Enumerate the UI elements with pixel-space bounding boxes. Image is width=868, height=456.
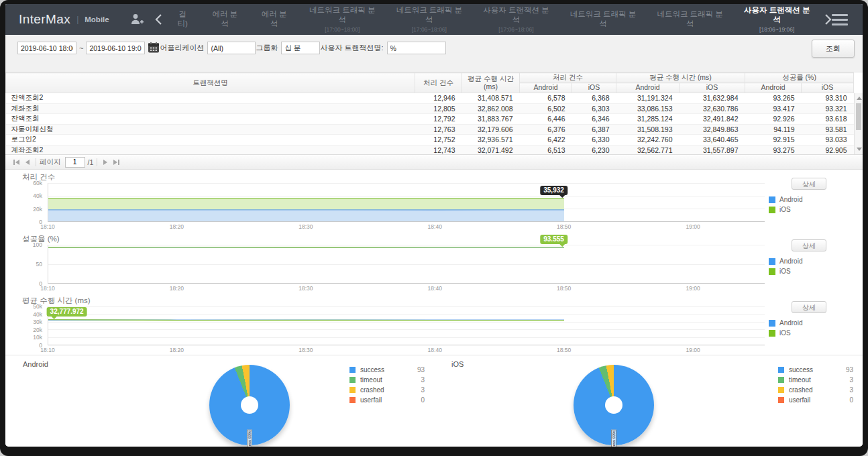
cell-value: 94.119 xyxy=(745,124,802,135)
pie-chart-ios[interactable]: success 93% xyxy=(574,365,654,445)
group-header-avg-time: 평균 수행 시간 (ms) xyxy=(616,73,745,83)
legend-item[interactable]: iOS xyxy=(769,268,838,275)
nav-tab[interactable]: 에러 분석 xyxy=(200,10,249,29)
tabs-scroll-left-icon[interactable] xyxy=(155,13,162,25)
y-tick-label: 30k xyxy=(33,319,42,325)
table-row[interactable]: 로그인212,75232,936.5716,4226,33032,242.760… xyxy=(6,135,854,146)
first-page-icon[interactable] xyxy=(13,159,20,166)
detail-button[interactable]: 상세 xyxy=(792,301,826,313)
subcolumn-android[interactable]: Android xyxy=(519,83,572,93)
pie-legend: success93timeout3crashed3userfail0 xyxy=(778,366,853,406)
legend-item[interactable]: iOS xyxy=(769,329,838,337)
legend-label: Android xyxy=(779,196,802,203)
legend-item[interactable]: Android xyxy=(769,319,838,327)
legend-swatch xyxy=(769,320,775,327)
date-from-input[interactable] xyxy=(17,42,76,54)
legend-value: 3 xyxy=(421,386,425,394)
subcolumn-android[interactable]: Android xyxy=(616,83,680,93)
table-row[interactable]: 잔액조회212,94631,408.5716,5786,36831,191.32… xyxy=(6,93,854,104)
grouping-input[interactable] xyxy=(281,42,320,54)
tab-sub: [18:06~19:06] xyxy=(743,26,811,33)
pie-legend-item[interactable]: crashed3 xyxy=(349,386,425,394)
subcolumn-ios[interactable]: iOS xyxy=(680,83,745,93)
detail-button[interactable]: 상세 xyxy=(792,178,826,190)
nav-tab[interactable]: 사용자 트랜잭션 분석[18:06~19:06] xyxy=(733,6,820,33)
x-tick-label: 18:10 xyxy=(40,285,54,292)
subcolumn-android[interactable]: Android xyxy=(745,83,802,93)
transaction-table-section: 트랜잭션명 처리 건수 평균 수행 시간 (ms) 처리 건수 평균 수행 시간… xyxy=(5,72,863,170)
x-tick-label: 18:10 xyxy=(40,347,54,353)
subcolumn-ios[interactable]: iOS xyxy=(572,83,616,93)
calendar-icon[interactable] xyxy=(147,42,160,54)
value-tooltip: 35,932 xyxy=(540,186,567,195)
top-navigation-bar: InterMax | Mobile 걸티)에러 분석에러 분석네트워크 트래픽 … xyxy=(5,4,863,35)
column-header-transaction-name[interactable]: 트랜잭션명 xyxy=(6,73,415,93)
table-scrollbar[interactable] xyxy=(854,93,863,154)
pie-legend-item[interactable]: crashed3 xyxy=(778,386,853,394)
cell-transaction-name: 로그인2 xyxy=(6,135,415,146)
subcolumn-ios[interactable]: iOS xyxy=(802,83,854,93)
donut-hole xyxy=(241,396,258,414)
legend-swatch xyxy=(778,387,784,393)
x-tick-label: 18:20 xyxy=(170,285,184,292)
cell-value: 31,632.984 xyxy=(680,93,745,104)
nav-tab[interactable]: 네트워크 트래픽 분석 xyxy=(559,10,647,29)
hamburger-menu-icon[interactable] xyxy=(832,11,848,28)
detail-button[interactable]: 상세 xyxy=(792,239,826,251)
table-row[interactable]: 자동이체신청12,76332,179.6066,3766,38731,508.1… xyxy=(6,124,854,135)
scroll-up-icon[interactable] xyxy=(857,97,862,100)
legend-swatch xyxy=(778,377,784,383)
chart-plot-area: 93.555 xyxy=(48,245,765,284)
page-number-input[interactable] xyxy=(65,157,85,168)
pie-legend-item[interactable]: success93 xyxy=(349,366,425,374)
previous-page-icon[interactable] xyxy=(24,159,30,166)
column-header-count[interactable]: 처리 건수 xyxy=(415,73,462,93)
scroll-down-icon[interactable] xyxy=(857,148,862,151)
transaction-name-input[interactable] xyxy=(387,42,446,54)
cell-value: 32,491.842 xyxy=(680,114,745,125)
column-header-avg-time[interactable]: 평균 수행 시간 (ms) xyxy=(462,73,519,93)
tabs-scroll-right-icon[interactable] xyxy=(824,13,832,25)
tab-label: 사용자 트랜잭션 분석 xyxy=(744,6,810,23)
date-to-input[interactable] xyxy=(86,42,145,54)
chart-title: 평균 수행 시간 (ms) xyxy=(22,296,91,306)
y-tick-label: 100 xyxy=(33,241,42,248)
nav-tab[interactable]: 에러 분석 xyxy=(250,10,299,29)
nav-tab[interactable]: 걸티) xyxy=(165,10,201,29)
legend-swatch xyxy=(769,268,775,275)
legend-label: Android xyxy=(779,258,802,265)
next-page-icon[interactable] xyxy=(103,159,109,166)
legend-item[interactable]: Android xyxy=(769,196,838,203)
table-row[interactable]: 잔액조회12,79231,883.7676,4466,34631,285.124… xyxy=(6,114,854,125)
pie-chart-android[interactable]: success 93% xyxy=(209,365,290,445)
table-row[interactable]: 계좌조회12,80532,862.0086,5026,30333,086.153… xyxy=(6,103,854,114)
pagination-bar: 페이지 /1 xyxy=(5,154,863,169)
cell-value: 6,578 xyxy=(519,93,572,104)
legend-label: success xyxy=(360,366,417,374)
y-tick-label: 40k xyxy=(33,192,42,199)
legend-label: crashed xyxy=(789,386,849,394)
legend-swatch xyxy=(349,367,356,373)
nav-tab[interactable]: 네트워크 트래픽 분석 xyxy=(647,10,734,29)
nav-tab[interactable]: 네트워크 트래픽 분석[17:06~18:06] xyxy=(386,6,473,33)
transaction-table: 트랜잭션명 처리 건수 평균 수행 시간 (ms) 처리 건수 평균 수행 시간… xyxy=(5,72,854,156)
pie-legend-item[interactable]: timeout3 xyxy=(778,376,853,384)
pie-legend-item[interactable]: userfail0 xyxy=(778,396,853,404)
pie-title: iOS xyxy=(451,360,464,368)
chart-avg-execution-time: 평균 수행 시간 (ms) 50k40k30k20k10k0 32,777.97… xyxy=(5,293,863,355)
user-add-icon[interactable] xyxy=(129,13,146,26)
legend-item[interactable]: iOS xyxy=(769,206,838,213)
x-tick-label: 19:00 xyxy=(686,285,700,292)
cell-value: 32,179.606 xyxy=(462,124,519,135)
pie-legend-item[interactable]: timeout3 xyxy=(349,376,425,384)
pie-legend-item[interactable]: userfail0 xyxy=(349,396,425,404)
scrollbar-thumb[interactable] xyxy=(856,103,861,130)
application-input[interactable] xyxy=(207,42,256,54)
pie-legend-item[interactable]: success93 xyxy=(778,366,853,374)
legend-item[interactable]: Android xyxy=(769,258,838,265)
nav-tab[interactable]: 사용자 트랜잭션 분석[17:06~18:06] xyxy=(473,6,560,33)
last-page-icon[interactable] xyxy=(113,159,120,166)
search-button[interactable]: 조회 xyxy=(812,40,855,58)
tab-label: 네트워크 트래픽 분석 xyxy=(396,6,462,23)
nav-tab[interactable]: 네트워크 트래픽 분석[17:00~18:00] xyxy=(299,6,386,33)
